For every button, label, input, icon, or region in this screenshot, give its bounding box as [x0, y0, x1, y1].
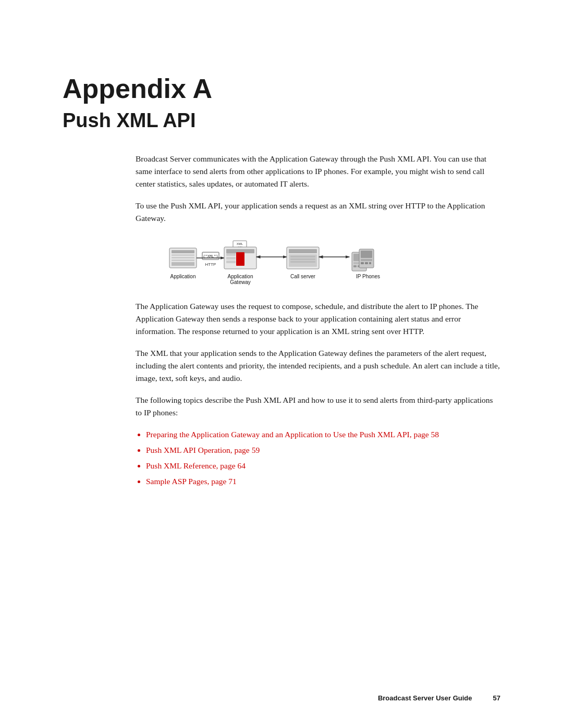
svg-rect-16	[236, 252, 244, 266]
svg-text:Call server: Call server	[290, 274, 315, 279]
bullet-item-2[interactable]: Push XML API Operation, page 59	[146, 444, 500, 456]
paragraph-2: To use the Push XML API, your applicatio…	[136, 200, 500, 225]
bullet-item-4[interactable]: Sample ASP Pages, page 71	[146, 475, 500, 488]
svg-rect-29	[290, 258, 315, 260]
footer-guide-name: Broadcast Server User Guide	[378, 694, 472, 702]
svg-rect-3	[172, 257, 194, 258]
architecture-diagram: Application {"XML"} HTTP XML API	[164, 238, 456, 287]
paragraph-4: The XML that your application sends to t…	[136, 347, 500, 385]
paragraph-5: The following topics describe the Push X…	[136, 394, 500, 419]
svg-text:XML: XML	[237, 242, 243, 245]
svg-rect-2	[172, 254, 194, 256]
footer-page-number: 57	[493, 694, 500, 702]
appendix-label: Appendix A	[63, 73, 563, 104]
bullet-item-3[interactable]: Push XML Reference, page 64	[146, 460, 500, 472]
page: Appendix A Push XML API Broadcast Server…	[0, 0, 563, 728]
paragraph-3: The Application Gateway uses the request…	[136, 300, 500, 338]
svg-text:IP Phones: IP Phones	[356, 274, 380, 279]
svg-rect-26	[289, 249, 317, 253]
svg-text:HTTP: HTTP	[205, 262, 216, 267]
svg-rect-19	[226, 261, 236, 263]
svg-text:Gateway: Gateway	[230, 279, 250, 285]
svg-rect-41	[361, 259, 372, 261]
paragraph-1: Broadcast Server communicates with the A…	[136, 153, 500, 190]
footer: Broadcast Server User Guide 57	[0, 694, 563, 702]
svg-rect-30	[290, 261, 315, 263]
diagram-container: Application {"XML"} HTTP XML API	[120, 238, 500, 287]
svg-rect-40	[361, 251, 372, 258]
content-area: Broadcast Server communicates with the A…	[136, 153, 500, 488]
svg-rect-5	[172, 262, 194, 266]
svg-text:Application: Application	[228, 274, 253, 279]
svg-rect-1	[172, 250, 194, 253]
svg-rect-4	[172, 260, 194, 261]
svg-text:Application: Application	[170, 274, 196, 279]
svg-rect-36	[353, 265, 357, 267]
svg-rect-18	[226, 257, 236, 260]
svg-rect-42	[361, 262, 364, 264]
section-title: Push XML API	[63, 109, 563, 132]
svg-rect-44	[369, 262, 371, 264]
svg-rect-17	[226, 253, 236, 256]
bullet-list: Preparing the Application Gateway and an…	[146, 428, 500, 488]
bullet-item-1[interactable]: Preparing the Application Gateway and an…	[146, 428, 500, 441]
svg-rect-43	[365, 262, 368, 264]
svg-rect-28	[290, 256, 315, 257]
